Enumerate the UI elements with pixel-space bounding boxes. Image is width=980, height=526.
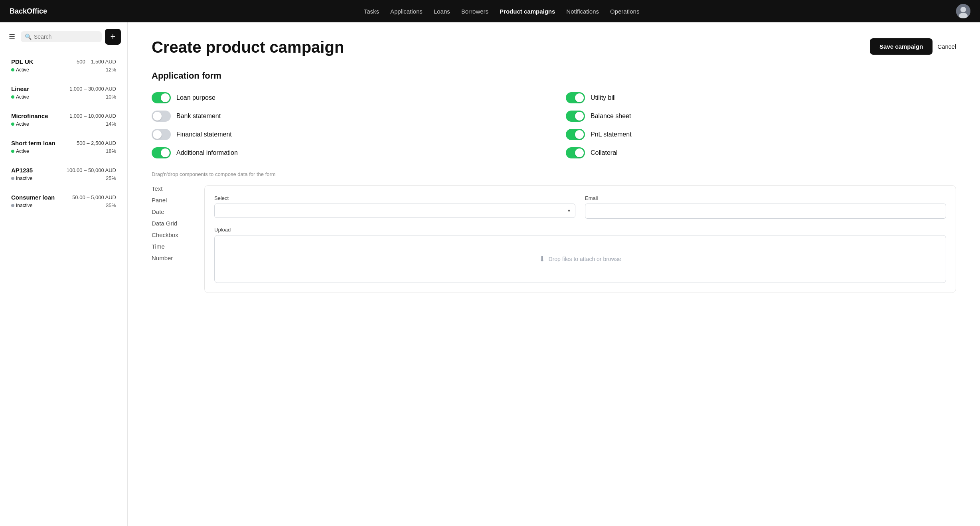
toggle-switch-5[interactable] [566, 129, 585, 140]
toggle-label-1: Utility bill [591, 94, 616, 101]
form-canvas: Select ▾ Email Upload [204, 185, 956, 293]
component-item-data-grid[interactable]: Data Grid [152, 220, 192, 227]
toggle-switch-6[interactable] [152, 147, 171, 158]
sidebar-item-rate-0: 12% [106, 67, 116, 73]
toggle-track-3 [566, 111, 585, 122]
status-dot-2 [11, 123, 14, 126]
toggle-label-6: Additional information [176, 149, 238, 156]
toggle-switch-4[interactable] [152, 129, 171, 140]
sidebar-item-3[interactable]: Short term loan 500 – 2,500 AUD Active 1… [5, 134, 122, 160]
toggle-switch-0[interactable] [152, 92, 171, 103]
toggle-thumb-6 [161, 148, 170, 157]
component-item-number[interactable]: Number [152, 255, 192, 261]
select-label: Select [214, 195, 575, 201]
sidebar-item-0[interactable]: PDL UK 500 – 1,500 AUD Active 12% [5, 53, 122, 78]
sidebar-item-name-2: Microfinance [11, 113, 48, 119]
menu-button[interactable]: ☰ [6, 30, 18, 44]
search-icon: 🔍 [25, 34, 32, 40]
toggle-thumb-5 [575, 130, 584, 139]
components-list: TextPanelDateData GridCheckboxTimeNumber [152, 185, 192, 293]
status-dot-4 [11, 177, 14, 180]
toggle-switch-3[interactable] [566, 111, 585, 122]
sidebar-item-rate-1: 10% [106, 94, 116, 100]
toggle-row-5: PnL statement [566, 129, 956, 140]
upload-area[interactable]: ⬇ Drop files to attach or browse [214, 235, 946, 283]
toggle-switch-7[interactable] [566, 147, 585, 158]
nav-borrowers[interactable]: Borrowers [461, 8, 488, 15]
toggle-row-1: Utility bill [566, 92, 956, 103]
sidebar-item-name-0: PDL UK [11, 58, 34, 65]
toggle-row-0: Loan purpose [152, 92, 542, 103]
component-item-text[interactable]: Text [152, 185, 192, 192]
component-item-checkbox[interactable]: Checkbox [152, 231, 192, 238]
sidebar-item-name-5: Consumer loan [11, 194, 55, 201]
avatar[interactable] [956, 4, 970, 18]
sidebar-item-5[interactable]: Consumer loan 50.00 – 5,000 AUD Inactive… [5, 188, 122, 214]
sidebar-toolbar: ☰ 🔍 + [0, 29, 127, 51]
sidebar-item-range-5: 50.00 – 5,000 AUD [72, 194, 116, 200]
sidebar-item-rate-3: 18% [106, 148, 116, 154]
app-body: ☰ 🔍 + PDL UK 500 – 1,500 AUD Active 12% … [0, 22, 980, 526]
toggle-switch-2[interactable] [152, 111, 171, 122]
header-actions: Save campaign Cancel [870, 38, 956, 55]
status-dot-1 [11, 95, 14, 99]
svg-point-1 [960, 7, 966, 12]
sidebar-item-2[interactable]: Microfinance 1,000 – 10,000 AUD Active 1… [5, 107, 122, 132]
component-item-date[interactable]: Date [152, 208, 192, 215]
sidebar-item-4[interactable]: AP1235 100.00 – 50,000 AUD Inactive 25% [5, 161, 122, 187]
sidebar-item-status-3: Active [11, 148, 29, 154]
toggle-thumb-2 [153, 112, 162, 121]
sidebar-item-rate-4: 25% [106, 175, 116, 181]
add-button[interactable]: + [105, 29, 121, 45]
sidebar-item-status-0: Active [11, 67, 29, 73]
upload-label: Upload [214, 227, 946, 233]
upload-icon: ⬇ [539, 255, 545, 263]
email-field: Email [585, 195, 946, 219]
sidebar-item-1[interactable]: Linear 1,000 – 30,000 AUD Active 10% [5, 80, 122, 105]
search-input[interactable] [34, 34, 98, 40]
toggle-thumb-4 [153, 130, 162, 139]
save-campaign-button[interactable]: Save campaign [870, 38, 933, 55]
component-item-time[interactable]: Time [152, 243, 192, 250]
sidebar-item-range-4: 100.00 – 50,000 AUD [67, 167, 116, 173]
nav-tasks[interactable]: Tasks [364, 8, 379, 15]
sidebar-item-status-2: Active [11, 121, 29, 127]
nav-loans[interactable]: Loans [434, 8, 450, 15]
main-content: Create product campaign Save campaign Ca… [128, 22, 980, 526]
nav-notifications[interactable]: Notifications [566, 8, 599, 15]
chevron-down-icon: ▾ [568, 208, 570, 214]
sidebar-item-rate-2: 14% [106, 121, 116, 127]
toggle-label-7: Collateral [591, 149, 618, 156]
toggle-track-4 [152, 129, 171, 140]
email-input[interactable] [585, 204, 946, 219]
dnd-hint: Drag'n'drop components to compose data f… [152, 171, 956, 177]
form-builder: TextPanelDateData GridCheckboxTimeNumber… [152, 185, 956, 293]
toggle-switch-1[interactable] [566, 92, 585, 103]
toggles-grid: Loan purpose Utility bill Bank statement… [152, 92, 956, 158]
page-title: Create product campaign [152, 38, 344, 56]
nav-applications[interactable]: Applications [390, 8, 423, 15]
toggle-thumb-7 [575, 148, 584, 157]
toggle-row-7: Collateral [566, 147, 956, 158]
status-dot-5 [11, 204, 14, 207]
navbar: BackOffice Tasks Applications Loans Borr… [0, 0, 980, 22]
sidebar-item-name-1: Linear [11, 85, 29, 92]
sidebar: ☰ 🔍 + PDL UK 500 – 1,500 AUD Active 12% … [0, 22, 128, 526]
upload-placeholder: Drop files to attach or browse [548, 256, 621, 262]
select-field: Select ▾ [214, 195, 575, 219]
nav-operations[interactable]: Operations [610, 8, 639, 15]
toggle-row-4: Financial statement [152, 129, 542, 140]
cancel-button[interactable]: Cancel [937, 43, 956, 50]
toggle-label-2: Bank statement [176, 113, 221, 120]
sidebar-item-range-1: 1,000 – 30,000 AUD [69, 86, 116, 92]
component-item-panel[interactable]: Panel [152, 197, 192, 204]
toggle-track-5 [566, 129, 585, 140]
sidebar-item-range-0: 500 – 1,500 AUD [77, 59, 116, 65]
select-input[interactable]: ▾ [214, 204, 575, 218]
toggle-thumb-1 [575, 93, 584, 102]
upload-field: Upload ⬇ Drop files to attach or browse [214, 227, 946, 283]
toggle-label-3: Balance sheet [591, 113, 631, 120]
brand-logo: BackOffice [10, 7, 47, 16]
nav-product-campaigns[interactable]: Product campaigns [500, 8, 555, 15]
toggle-label-0: Loan purpose [176, 94, 215, 101]
